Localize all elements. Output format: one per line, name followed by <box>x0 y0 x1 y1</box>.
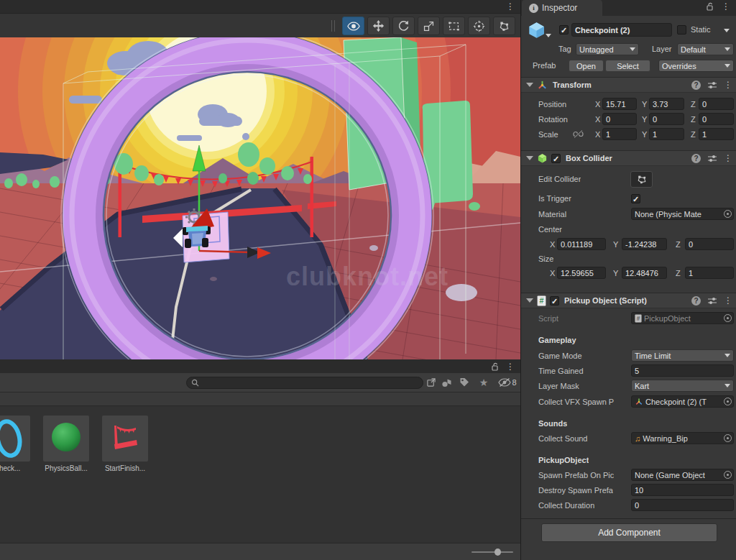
spawn-prefab-row: Spawn Prefab On Pic None (Game Object <box>521 469 736 481</box>
asset-item-physicsball[interactable]: PhysicsBall... <box>43 416 89 472</box>
link-broken-icon[interactable] <box>573 130 584 138</box>
static-checkbox[interactable] <box>677 25 686 35</box>
asset-package-filter-icon[interactable] <box>439 376 454 389</box>
position-y-field[interactable]: 3.73 <box>649 98 684 110</box>
center-y-field[interactable]: -1.24238 <box>622 238 667 250</box>
position-x-field[interactable]: 15.71 <box>602 98 637 110</box>
presets-icon[interactable] <box>707 154 717 162</box>
help-icon[interactable]: ? <box>691 296 701 306</box>
center-x-field[interactable]: 0.011189 <box>557 238 606 250</box>
transform-tool-button[interactable] <box>468 17 490 35</box>
info-icon: i <box>529 4 538 13</box>
size-z-field[interactable]: 1 <box>685 267 734 279</box>
open-in-window-icon[interactable] <box>424 376 438 389</box>
collect-vfx-object-field[interactable]: Checkpoint (2) (T <box>631 395 734 408</box>
component-menu-kebab-icon[interactable]: ⋮ <box>724 81 732 89</box>
tag-dropdown[interactable]: Untagged <box>576 43 639 55</box>
project-content-grid[interactable]: Check... PhysicsBall... <box>0 406 520 543</box>
component-menu-kebab-icon[interactable]: ⋮ <box>724 154 732 162</box>
object-picker-icon[interactable] <box>724 434 732 442</box>
inspector-tab-bar: i Inspector ⋮ <box>521 0 736 16</box>
scale-y-field[interactable]: 1 <box>649 128 684 140</box>
pickup-object-header[interactable]: # ✓ Pickup Object (Script) ? ⋮ <box>521 293 736 308</box>
layer-dropdown[interactable]: Default <box>677 43 734 55</box>
destroy-spawn-field[interactable]: 10 <box>631 484 734 496</box>
edit-collider-button[interactable] <box>630 171 653 188</box>
unity-editor: ⋮ <box>0 0 736 560</box>
active-checkbox[interactable]: ✓ <box>559 25 569 35</box>
foldout-arrow-icon[interactable] <box>526 156 533 160</box>
object-picker-icon[interactable] <box>724 314 732 322</box>
inspector-menu-kebab-icon[interactable]: ⋮ <box>722 2 730 11</box>
object-picker-icon[interactable] <box>724 471 732 479</box>
project-toolbar: ★ 8 <box>0 373 520 393</box>
foldout-arrow-icon[interactable] <box>526 83 533 87</box>
component-enabled-checkbox[interactable]: ✓ <box>551 154 561 163</box>
static-dropdown-caret-icon[interactable] <box>724 29 730 32</box>
component-menu-kebab-icon[interactable]: ⋮ <box>724 296 732 305</box>
size-x-field[interactable]: 12.59655 <box>557 267 606 279</box>
favorites-star-icon[interactable]: ★ <box>477 376 491 389</box>
lock-icon[interactable] <box>706 2 714 11</box>
search-icon <box>191 379 199 387</box>
lock-icon[interactable] <box>491 362 500 371</box>
tab-inspector[interactable]: i Inspector <box>522 0 602 16</box>
add-component-button[interactable]: Add Component <box>541 523 717 542</box>
asset-item-checkpoint[interactable]: Check... <box>0 416 30 472</box>
presets-icon[interactable] <box>707 81 717 89</box>
is-trigger-checkbox[interactable]: ✓ <box>631 194 640 203</box>
help-icon[interactable]: ? <box>691 154 701 163</box>
object-picker-icon[interactable] <box>724 210 732 218</box>
presets-icon[interactable] <box>707 296 717 305</box>
collect-sound-object-field[interactable]: ♫ Warning_Bip <box>631 432 734 444</box>
move-tool-button[interactable] <box>367 17 390 35</box>
svg-text:#: # <box>637 314 640 321</box>
toolbar-drag-handle[interactable] <box>331 20 335 32</box>
scale-x-field[interactable]: 1 <box>602 128 637 140</box>
size-y-field[interactable]: 12.48476 <box>622 267 667 279</box>
custom-editor-tool-button[interactable] <box>493 17 515 35</box>
scale-z-field[interactable]: 1 <box>699 128 734 140</box>
rotation-z-field[interactable]: 0 <box>699 113 734 125</box>
scene-tab-bar: ⋮ <box>0 0 520 14</box>
slider-knob[interactable] <box>494 548 501 556</box>
collect-duration-field[interactable]: 0 <box>631 499 734 511</box>
sounds-section-label: Sounds <box>538 419 567 428</box>
prefab-overrides-dropdown[interactable]: Overrides <box>658 60 734 72</box>
rotate-tool-button[interactable] <box>392 17 415 35</box>
gameobject-name-field[interactable]: Checkpoint (2) <box>571 23 672 37</box>
tag-filter-icon[interactable] <box>457 376 472 389</box>
material-object-field[interactable]: None (Physic Mate <box>631 208 734 220</box>
thumbnail-zoom-slider[interactable] <box>472 551 513 553</box>
prefab-cube-icon[interactable] <box>528 21 546 39</box>
asset-item-startfinish[interactable]: StartFinish... <box>102 416 148 472</box>
rotation-x-field[interactable]: 0 <box>602 113 637 125</box>
destroy-spawn-label: Destroy Spawn Prefa <box>538 486 613 495</box>
search-input[interactable] <box>186 377 423 389</box>
spawn-prefab-object-field[interactable]: None (Game Object <box>631 469 734 481</box>
center-z-field[interactable]: 0 <box>685 238 734 250</box>
prefab-open-button[interactable]: Open <box>569 60 604 72</box>
prefab-select-button[interactable]: Select <box>605 60 650 72</box>
time-gained-field[interactable]: 5 <box>631 364 734 377</box>
prefab-expand-caret-icon[interactable] <box>546 34 551 37</box>
game-mode-dropdown[interactable]: Time Limit <box>631 349 734 362</box>
scene-menu-kebab-icon[interactable]: ⋮ <box>506 2 515 11</box>
project-menu-kebab-icon[interactable]: ⋮ <box>506 362 515 371</box>
layer-mask-dropdown[interactable]: Kart <box>631 380 734 392</box>
scene-viewport[interactable]: clubknot.net <box>0 37 520 359</box>
rotation-y-field[interactable]: 0 <box>649 113 684 125</box>
help-icon[interactable]: ? <box>691 81 701 90</box>
position-z-field[interactable]: 0 <box>699 98 734 110</box>
size-label-row: Size <box>521 253 736 264</box>
object-picker-icon[interactable] <box>724 398 732 405</box>
foldout-arrow-icon[interactable] <box>526 298 533 303</box>
component-enabled-checkbox[interactable]: ✓ <box>550 296 559 306</box>
rect-tool-button[interactable] <box>443 17 465 35</box>
transform-header[interactable]: Transform ? ⋮ <box>521 77 736 93</box>
sounds-header-row: Sounds <box>521 418 736 428</box>
hidden-items-toggle[interactable]: 8 <box>496 376 519 389</box>
scale-tool-button[interactable] <box>418 17 440 35</box>
box-collider-header[interactable]: ✓ Box Collider ? ⋮ <box>521 150 736 166</box>
view-tool-button[interactable] <box>342 17 364 35</box>
